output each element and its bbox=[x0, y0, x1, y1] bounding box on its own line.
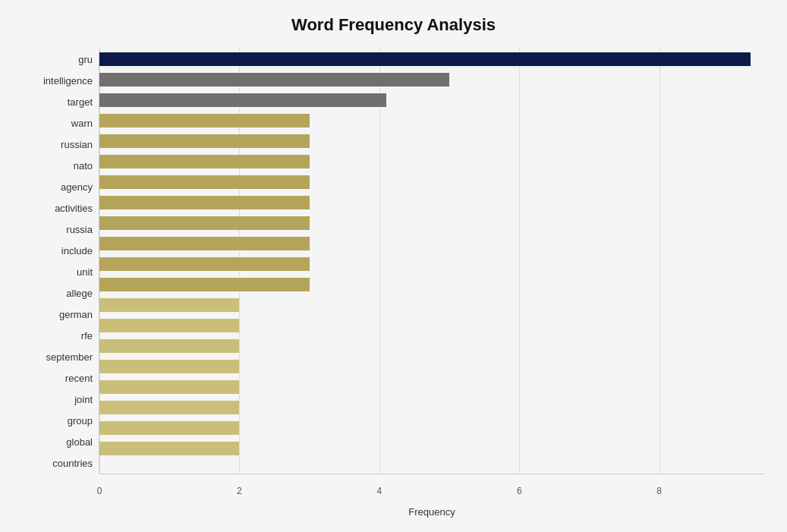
bar bbox=[99, 216, 310, 230]
y-label: september bbox=[46, 352, 93, 362]
bar bbox=[99, 93, 386, 107]
bar-row bbox=[99, 379, 764, 395]
y-label: russian bbox=[61, 140, 93, 150]
y-label: allege bbox=[66, 288, 93, 298]
bar bbox=[99, 155, 310, 168]
bar-row bbox=[99, 235, 764, 252]
chart-area: gruintelligencetargetwarnrussiannatoagen… bbox=[23, 49, 764, 474]
y-label: countries bbox=[52, 458, 93, 468]
bar-row bbox=[99, 133, 764, 150]
bar bbox=[99, 401, 239, 414]
y-label: russia bbox=[66, 225, 93, 235]
y-label: german bbox=[59, 310, 93, 320]
bar bbox=[99, 380, 239, 394]
bar-row bbox=[99, 297, 764, 313]
bar bbox=[99, 298, 239, 312]
bar bbox=[99, 278, 310, 291]
bar bbox=[99, 319, 239, 332]
bar-row bbox=[99, 276, 764, 293]
chart-container: Word Frequency Analysis gruintelligencet… bbox=[0, 0, 787, 532]
y-label: agency bbox=[61, 182, 93, 192]
x-tick: 2 bbox=[237, 486, 242, 496]
bar-row bbox=[99, 358, 764, 375]
bar-row bbox=[99, 194, 764, 211]
bar bbox=[99, 339, 239, 353]
bar bbox=[99, 73, 449, 87]
bar bbox=[99, 257, 310, 271]
bar-row bbox=[99, 153, 764, 170]
bar-row bbox=[99, 51, 764, 68]
bar-row bbox=[99, 440, 764, 457]
bar-row bbox=[99, 399, 764, 416]
x-tick: 6 bbox=[517, 486, 522, 496]
bar bbox=[99, 421, 239, 435]
y-label: recent bbox=[65, 373, 93, 383]
bar-row bbox=[99, 112, 764, 129]
y-label: global bbox=[66, 437, 93, 447]
bar-row bbox=[99, 215, 764, 231]
y-labels: gruintelligencetargetwarnrussiannatoagen… bbox=[23, 49, 99, 474]
y-label: unit bbox=[77, 267, 93, 277]
bar-row bbox=[99, 92, 764, 109]
y-label: rfe bbox=[81, 331, 93, 341]
bar bbox=[99, 237, 310, 250]
y-label: nato bbox=[74, 161, 93, 171]
chart-title: Word Frequency Analysis bbox=[23, 15, 764, 35]
bar bbox=[99, 134, 310, 148]
x-tick: 8 bbox=[656, 486, 662, 496]
y-label: include bbox=[61, 246, 93, 256]
bar-row bbox=[99, 420, 764, 436]
bar bbox=[99, 114, 310, 127]
x-tick: 0 bbox=[97, 486, 102, 496]
bars-grid: Frequency 02468 bbox=[99, 49, 764, 474]
y-label: target bbox=[68, 97, 93, 107]
y-label: gru bbox=[78, 55, 93, 65]
bar-row bbox=[99, 71, 764, 88]
bar-row bbox=[99, 256, 764, 272]
bar-row bbox=[99, 317, 764, 334]
y-label: activities bbox=[55, 203, 93, 213]
bar bbox=[99, 360, 239, 373]
y-label: warn bbox=[71, 118, 93, 128]
y-label: joint bbox=[74, 395, 93, 405]
x-tick: 4 bbox=[376, 486, 382, 496]
y-label: intelligence bbox=[43, 76, 93, 86]
bar bbox=[99, 52, 751, 66]
bar bbox=[99, 175, 310, 189]
x-axis-label: Frequency bbox=[408, 506, 455, 518]
bar bbox=[99, 196, 310, 209]
bar bbox=[99, 442, 239, 455]
bar-row bbox=[99, 174, 764, 190]
bar-row bbox=[99, 338, 764, 354]
y-label: group bbox=[68, 416, 93, 426]
